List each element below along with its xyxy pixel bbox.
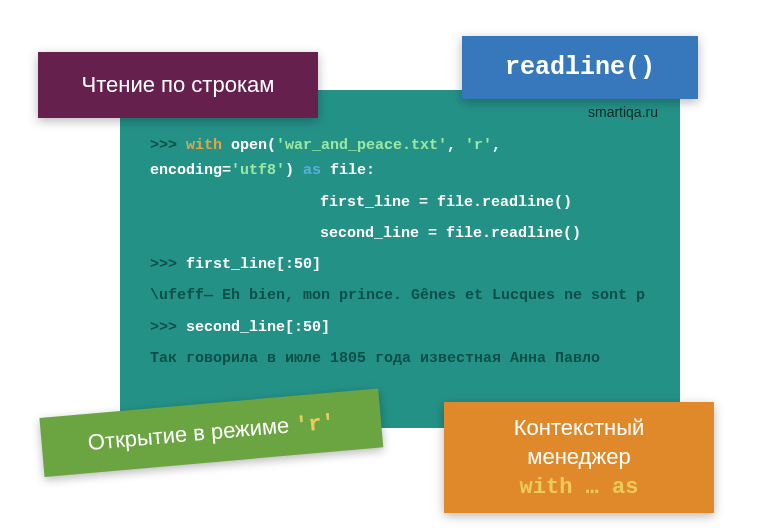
- card-readline: readline(): [462, 36, 698, 99]
- code-panel: smartiqa.ru >>> with open('war_and_peace…: [120, 90, 680, 428]
- as-var: file:: [321, 162, 375, 179]
- prompt: >>>: [150, 319, 186, 336]
- code-line-4: >>> first_line[:50]: [150, 253, 650, 276]
- output-1: \ufeff— Eh bien, mon prince. Gênes et Lu…: [150, 284, 650, 307]
- fn-open: open(: [222, 137, 276, 154]
- kwarg-encoding: encoding=: [150, 162, 231, 179]
- prompt: >>>: [150, 256, 186, 273]
- arg-encoding: 'utf8': [231, 162, 285, 179]
- stmt-first-line: first_line[:50]: [186, 256, 321, 273]
- card-orange-mono: with … as: [462, 474, 696, 503]
- site-label: smartiqa.ru: [588, 102, 658, 124]
- code-line-3: second_line = file.readline(): [150, 222, 650, 245]
- close-paren: ): [285, 162, 303, 179]
- body-line-2: second_line = file.readline(): [320, 225, 581, 242]
- comma: ,: [492, 137, 501, 154]
- card-context-manager: Контекстный менеджер with … as: [444, 402, 714, 513]
- card-blue-text: readline(): [505, 53, 655, 82]
- card-purple-text: Чтение по строкам: [82, 72, 275, 97]
- card-orange-line1: Контекстный: [514, 415, 644, 440]
- arg-mode: 'r': [465, 137, 492, 154]
- code-line-1b: encoding='utf8') as file:: [150, 159, 650, 182]
- card-orange-line2: менеджер: [527, 444, 630, 469]
- card-green-mono: 'r': [294, 410, 336, 438]
- kw-with: with: [186, 137, 222, 154]
- code-line-5: >>> second_line[:50]: [150, 316, 650, 339]
- code-line-2: first_line = file.readline(): [150, 191, 650, 214]
- code-line-1: >>> with open('war_and_peace.txt', 'r',: [150, 134, 650, 157]
- stmt-second-line: second_line[:50]: [186, 319, 330, 336]
- body-line-1: first_line = file.readline(): [320, 194, 572, 211]
- output-2: Так говорила в июле 1805 года известная …: [150, 347, 650, 370]
- arg-filename: 'war_and_peace.txt': [276, 137, 447, 154]
- comma: ,: [447, 137, 465, 154]
- kw-as: as: [303, 162, 321, 179]
- prompt: >>>: [150, 137, 186, 154]
- card-green-text: Открытие в режиме: [87, 412, 296, 455]
- card-reading-by-lines: Чтение по строкам: [38, 52, 318, 118]
